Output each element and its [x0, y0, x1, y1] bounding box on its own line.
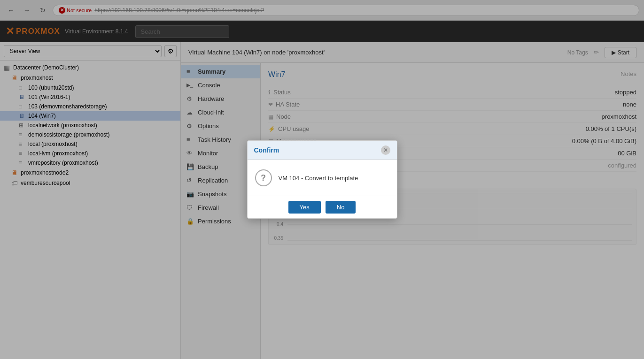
confirm-dialog: Confirm ✕ ? VM 104 - Convert to template… — [247, 140, 397, 219]
dialog-title: Confirm — [254, 146, 279, 154]
question-icon: ? — [255, 169, 272, 186]
dialog-footer: Yes No — [248, 196, 397, 218]
dialog-body: ? VM 104 - Convert to template — [248, 160, 397, 196]
dialog-overlay: Confirm ✕ ? VM 104 - Convert to template… — [0, 0, 644, 359]
yes-button[interactable]: Yes — [288, 201, 321, 214]
dialog-message: VM 104 - Convert to template — [279, 175, 358, 182]
dialog-close-button[interactable]: ✕ — [381, 145, 390, 155]
dialog-header: Confirm ✕ — [248, 141, 397, 160]
no-button[interactable]: No — [326, 201, 356, 214]
